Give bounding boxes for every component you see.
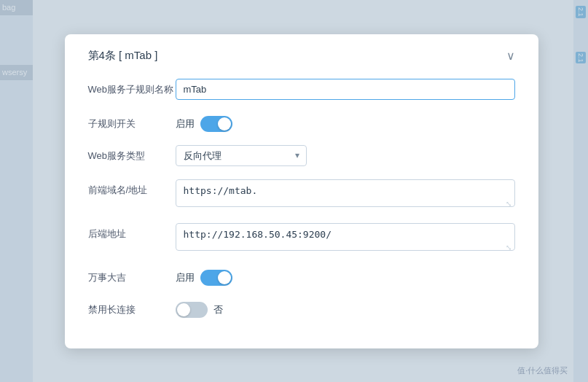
frontend-row: 前端域名/地址 https://mtab. ⤡ <box>88 179 515 210</box>
backend-control: http://192.168.50.45:9200/ ⤡ <box>176 223 515 254</box>
subrule-switch-knob <box>218 117 231 130</box>
wanshi-label: 万事大吉 <box>88 267 176 284</box>
service-type-control: 反向代理 静态文件 重定向 ▾ <box>176 145 515 166</box>
subrule-switch-control: 启用 <box>176 113 515 132</box>
backend-input[interactable]: http://192.168.50.45:9200/ <box>176 223 515 251</box>
frontend-control: https://mtab. ⤡ <box>176 179 515 210</box>
service-type-select[interactable]: 反向代理 静态文件 重定向 <box>176 145 307 166</box>
subrule-switch-slider <box>200 116 232 132</box>
service-name-row: Web服务子规则名称 <box>88 79 515 100</box>
wanshi-slider <box>200 270 232 286</box>
disable-long-toggle[interactable] <box>176 302 208 318</box>
disable-long-row: 禁用长连接 否 <box>88 299 515 318</box>
collapse-icon[interactable]: ∨ <box>506 49 515 63</box>
modal-overlay: 第4条 [ mTab ] ∨ Web服务子规则名称 子规则开关 启用 <box>0 0 588 382</box>
backend-row: 后端地址 http://192.168.50.45:9200/ ⤡ <box>88 223 515 254</box>
service-type-select-wrapper: 反向代理 静态文件 重定向 ▾ <box>176 145 307 166</box>
subrule-switch-label: 子规则开关 <box>88 113 176 130</box>
service-type-label: Web服务类型 <box>88 145 176 163</box>
wanshi-on-label: 启用 <box>176 271 195 284</box>
service-name-input[interactable] <box>176 79 515 100</box>
disable-long-slider <box>176 302 208 318</box>
wanshi-control: 启用 <box>176 267 515 286</box>
disable-long-label: 禁用长连接 <box>88 299 176 316</box>
disable-long-control: 否 <box>176 299 515 318</box>
service-name-label: Web服务子规则名称 <box>88 79 176 96</box>
service-type-row: Web服务类型 反向代理 静态文件 重定向 ▾ <box>88 145 515 166</box>
wanshi-toggle[interactable] <box>200 270 232 286</box>
wanshi-knob <box>218 271 231 284</box>
card-title: 第4条 [ mTab ] <box>88 49 158 63</box>
backend-label: 后端地址 <box>88 223 176 241</box>
watermark: 值·什么值得买 <box>517 365 568 376</box>
frontend-input[interactable]: https://mtab. <box>176 179 515 207</box>
disable-long-knob <box>177 303 190 316</box>
card-header: 第4条 [ mTab ] ∨ <box>88 49 515 63</box>
frontend-label: 前端域名/地址 <box>88 179 176 197</box>
wanshi-row: 万事大吉 启用 <box>88 267 515 286</box>
subrule-switch-toggle[interactable] <box>200 116 232 132</box>
disable-long-off-label: 否 <box>213 303 223 316</box>
settings-card: 第4条 [ mTab ] ∨ Web服务子规则名称 子规则开关 启用 <box>65 34 538 348</box>
subrule-switch-row: 子规则开关 启用 <box>88 113 515 132</box>
subrule-switch-on-label: 启用 <box>176 117 195 130</box>
service-name-control <box>176 79 515 100</box>
